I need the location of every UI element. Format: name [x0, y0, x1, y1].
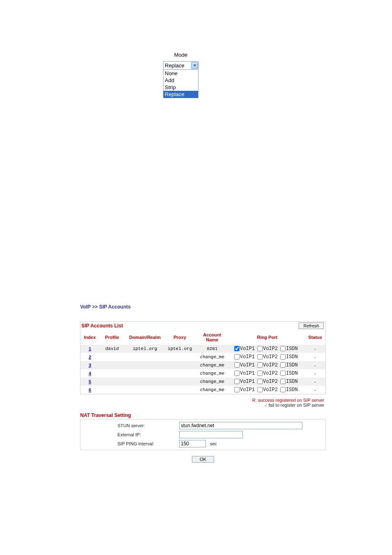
- sip-accounts-table: Index Profile Domain/Realm Proxy Account…: [81, 330, 325, 394]
- profile-cell: [99, 386, 125, 394]
- voip1-checkbox[interactable]: [234, 379, 240, 384]
- status-cell: -: [305, 353, 325, 361]
- voip2-checkbox[interactable]: [257, 362, 263, 368]
- account-cell: change_me: [195, 369, 229, 378]
- isdn-checkbox[interactable]: [280, 354, 286, 359]
- isdn-checkbox[interactable]: [280, 379, 286, 384]
- mode-select[interactable]: Replace None Add Strip Replace: [163, 61, 198, 98]
- refresh-button[interactable]: Refresh: [299, 322, 324, 329]
- ringport-cell: VoIP1VoIP2ISDN: [230, 378, 305, 386]
- table-row: 1davidiptel.orgiptel.org8201VoIP1VoIP2IS…: [81, 345, 325, 353]
- stun-label: STUN server:: [81, 423, 179, 428]
- header-ringport: Ring Port: [230, 330, 305, 345]
- domain-cell: [125, 378, 165, 386]
- profile-cell: david: [99, 345, 125, 353]
- ok-button[interactable]: OK: [192, 456, 214, 463]
- external-ip-input[interactable]: [179, 431, 243, 438]
- voip1-checkbox[interactable]: [234, 354, 240, 359]
- proxy-cell: [165, 361, 195, 369]
- mode-select-header[interactable]: Replace: [164, 62, 198, 70]
- ping-unit: sec: [206, 441, 217, 446]
- ringport-cell: VoIP1VoIP2ISDN: [230, 361, 305, 369]
- voip2-checkbox[interactable]: [257, 346, 263, 351]
- domain-cell: [125, 361, 165, 369]
- header-domain: Domain/Realm: [125, 330, 165, 345]
- proxy-cell: [165, 378, 195, 386]
- mode-option-strip[interactable]: Strip: [164, 84, 198, 91]
- domain-cell: [125, 369, 165, 378]
- table-row: 2change_meVoIP1VoIP2ISDN-: [81, 353, 325, 361]
- header-proxy: Proxy: [165, 330, 195, 345]
- table-row: 6change_meVoIP1VoIP2ISDN-: [81, 386, 325, 394]
- mode-option-replace[interactable]: Replace: [164, 91, 198, 98]
- profile-cell: [99, 353, 125, 361]
- ping-interval-input[interactable]: [179, 440, 206, 447]
- nat-ext-row: External IP:: [81, 430, 325, 439]
- legend: R: success registered on SIP server -: f…: [80, 397, 326, 412]
- domain-cell: [125, 386, 165, 394]
- header-profile: Profile: [99, 330, 125, 345]
- profile-cell: [99, 361, 125, 369]
- proxy-cell: [165, 369, 195, 378]
- status-cell: -: [305, 386, 325, 394]
- sip-accounts-list-title: SIP Accounts List: [81, 323, 123, 329]
- account-cell: 8201: [195, 345, 229, 353]
- status-cell: -: [305, 378, 325, 386]
- ping-label: SIP PING interval:: [81, 441, 179, 446]
- isdn-checkbox[interactable]: [280, 346, 286, 351]
- account-cell: change_me: [195, 353, 229, 361]
- legend-success: R: success registered on SIP server: [252, 398, 324, 403]
- proxy-cell: iptel.org: [165, 345, 195, 353]
- account-cell: change_me: [195, 378, 229, 386]
- panel-header: SIP Accounts List Refresh: [81, 322, 325, 330]
- voip1-checkbox[interactable]: [234, 371, 240, 376]
- header-account: Account Name: [195, 330, 229, 345]
- voip2-checkbox[interactable]: [257, 354, 263, 359]
- voip1-checkbox[interactable]: [234, 362, 240, 368]
- isdn-checkbox[interactable]: [280, 387, 286, 392]
- ringport-cell: VoIP1VoIP2ISDN: [230, 369, 305, 378]
- index-link[interactable]: 3: [89, 363, 91, 368]
- account-cell: change_me: [195, 386, 229, 394]
- nat-ping-row: SIP PING interval: sec: [81, 439, 325, 448]
- domain-cell: iptel.org: [125, 345, 165, 353]
- breadcrumb: VoIP >> SIP Accounts: [80, 304, 326, 310]
- voip2-checkbox[interactable]: [257, 379, 263, 384]
- index-link[interactable]: 2: [89, 355, 91, 359]
- stun-input[interactable]: [179, 422, 302, 429]
- table-row: 5change_meVoIP1VoIP2ISDN-: [81, 378, 325, 386]
- nat-stun-row: STUN server:: [81, 421, 325, 430]
- index-link[interactable]: 6: [89, 387, 91, 392]
- chevron-down-icon[interactable]: [191, 62, 198, 69]
- voip-sip-accounts-section: VoIP >> SIP Accounts SIP Accounts List R…: [80, 304, 326, 463]
- index-link[interactable]: 1: [89, 346, 91, 351]
- domain-cell: [125, 353, 165, 361]
- voip1-checkbox[interactable]: [234, 346, 240, 351]
- sip-accounts-panel: SIP Accounts List Refresh Index Profile …: [80, 321, 326, 394]
- table-row: 3change_meVoIP1VoIP2ISDN-: [81, 361, 325, 369]
- header-status: Status: [305, 330, 325, 345]
- nat-panel: STUN server: External IP: SIP PING inter…: [80, 419, 326, 450]
- ext-label: External IP:: [81, 432, 179, 437]
- mode-option-add[interactable]: Add: [164, 77, 198, 84]
- voip2-checkbox[interactable]: [257, 387, 263, 392]
- status-cell: -: [305, 345, 325, 353]
- isdn-checkbox[interactable]: [280, 371, 286, 376]
- mode-select-value: Replace: [165, 62, 184, 69]
- voip2-checkbox[interactable]: [257, 371, 263, 376]
- header-index: Index: [81, 330, 99, 345]
- table-header-row: Index Profile Domain/Realm Proxy Account…: [81, 330, 325, 345]
- mode-label: Mode: [163, 52, 198, 58]
- status-cell: -: [305, 361, 325, 369]
- proxy-cell: [165, 386, 195, 394]
- ringport-cell: VoIP1VoIP2ISDN: [230, 353, 305, 361]
- ringport-cell: VoIP1VoIP2ISDN: [230, 345, 305, 353]
- account-cell: change_me: [195, 361, 229, 369]
- voip1-checkbox[interactable]: [234, 387, 240, 392]
- index-link[interactable]: 5: [89, 379, 91, 384]
- index-link[interactable]: 4: [89, 371, 91, 376]
- status-cell: -: [305, 369, 325, 378]
- isdn-checkbox[interactable]: [280, 362, 286, 368]
- mode-option-none[interactable]: None: [164, 70, 198, 77]
- nat-title: NAT Traversal Setting: [80, 412, 326, 419]
